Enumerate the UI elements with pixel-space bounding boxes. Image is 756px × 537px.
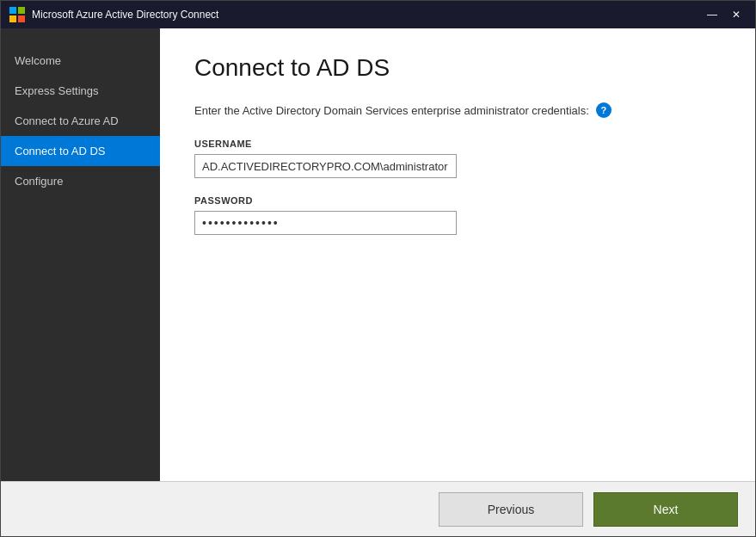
description-text: Enter the Active Directory Domain Servic… xyxy=(194,104,589,117)
password-group: PASSWORD xyxy=(194,195,721,235)
minimize-button[interactable]: — xyxy=(702,6,722,23)
content-area: Welcome Express Settings Connect to Azur… xyxy=(1,28,755,481)
svg-rect-1 xyxy=(18,7,25,14)
sidebar-item-express-settings[interactable]: Express Settings xyxy=(1,76,160,106)
sidebar: Welcome Express Settings Connect to Azur… xyxy=(1,28,160,481)
password-label: PASSWORD xyxy=(194,195,721,206)
app-icon xyxy=(9,7,25,22)
footer: Previous Next xyxy=(1,481,755,536)
help-icon[interactable]: ? xyxy=(596,102,612,118)
sidebar-item-configure[interactable]: Configure xyxy=(1,166,160,196)
sidebar-item-connect-azure-ad[interactable]: Connect to Azure AD xyxy=(1,106,160,136)
username-group: USERNAME xyxy=(194,139,721,178)
window-controls: — ✕ xyxy=(702,6,747,23)
main-window: Microsoft Azure Active Directory Connect… xyxy=(0,0,756,537)
main-content: Connect to AD DS Enter the Active Direct… xyxy=(160,28,755,481)
close-button[interactable]: ✕ xyxy=(726,6,747,23)
description-row: Enter the Active Directory Domain Servic… xyxy=(194,102,721,118)
username-label: USERNAME xyxy=(194,139,721,149)
username-input[interactable] xyxy=(194,154,457,178)
svg-rect-3 xyxy=(18,15,25,22)
window-title: Microsoft Azure Active Directory Connect xyxy=(32,9,702,21)
next-button[interactable]: Next xyxy=(593,492,738,527)
previous-button[interactable]: Previous xyxy=(439,492,583,527)
sidebar-item-welcome[interactable]: Welcome xyxy=(1,46,160,76)
title-bar: Microsoft Azure Active Directory Connect… xyxy=(1,1,755,28)
svg-rect-0 xyxy=(9,7,16,14)
password-input[interactable] xyxy=(194,211,457,235)
svg-rect-2 xyxy=(9,15,16,22)
sidebar-item-connect-ad-ds[interactable]: Connect to AD DS xyxy=(1,136,160,166)
page-title: Connect to AD DS xyxy=(194,54,721,82)
